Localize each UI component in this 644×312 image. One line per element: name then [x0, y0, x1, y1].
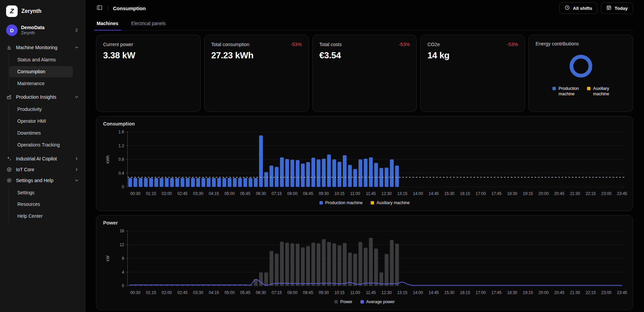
svg-text:16:15: 16:15	[460, 290, 470, 295]
svg-text:08:45: 08:45	[303, 290, 313, 295]
sidebar-item-help-center[interactable]: Help Center	[9, 211, 81, 222]
svg-text:05:00: 05:00	[225, 290, 235, 295]
svg-text:06:30: 06:30	[256, 191, 266, 196]
svg-text:14:00: 14:00	[413, 290, 423, 295]
svg-text:03:30: 03:30	[193, 191, 203, 196]
svg-text:20:45: 20:45	[554, 191, 564, 196]
sidebar-item-resources[interactable]: Resources	[9, 199, 81, 210]
power-chart-card: Power 0481216kW00:3001:1502:0002:4503:30…	[96, 215, 633, 310]
svg-text:08:00: 08:00	[287, 191, 297, 196]
legend-label: Auxiliarymachine	[593, 86, 609, 97]
legend-swatch	[587, 87, 590, 90]
svg-text:01:15: 01:15	[146, 290, 156, 295]
svg-text:11:45: 11:45	[366, 191, 376, 196]
stat-card-total-consumption: Total consumption-53%27.23 kWh	[204, 35, 309, 112]
chevron-down-icon	[74, 178, 79, 183]
svg-text:11:00: 11:00	[350, 290, 360, 295]
sidebar-item-production-insights[interactable]: Production Insights	[4, 92, 81, 102]
all-shifts-button[interactable]: All shifts	[559, 2, 598, 14]
legend-label: Average power	[366, 299, 395, 304]
sidebar-item-maintenance[interactable]: Maintenance	[9, 78, 81, 89]
svg-text:07:15: 07:15	[272, 290, 282, 295]
tab-electrical-panels[interactable]: Electrical panels	[131, 17, 167, 30]
sidebar-toggle-button[interactable]	[96, 4, 103, 12]
svg-text:1.2: 1.2	[118, 143, 124, 148]
monitoring-icon	[6, 45, 12, 50]
svg-text:02:45: 02:45	[177, 191, 188, 196]
legend-item: Average power	[360, 299, 395, 304]
energy-donut-chart	[568, 54, 593, 79]
legend-swatch	[552, 87, 556, 90]
svg-text:kWh: kWh	[105, 155, 110, 163]
svg-text:kW: kW	[105, 255, 110, 261]
sidebar-item-status-and-alarms[interactable]: Status and Alarms	[9, 54, 81, 65]
svg-text:04:15: 04:15	[209, 191, 219, 196]
legend-item: Production machine	[319, 200, 363, 205]
legend-swatch	[334, 300, 338, 304]
date-picker-label: Today	[614, 6, 628, 11]
svg-text:08:45: 08:45	[303, 191, 313, 196]
stat-delta-badge: -53%	[291, 42, 302, 47]
legend-item: Productionmachine	[552, 86, 579, 97]
sidebar-item-settings[interactable]: Settings	[9, 187, 81, 198]
energy-contributions-card: Energy contributionsProductionmachineAux…	[528, 35, 633, 112]
svg-text:00:30: 00:30	[130, 191, 140, 196]
factory-icon	[6, 94, 12, 100]
panel-left-icon	[97, 5, 102, 12]
chevron-down-icon	[74, 45, 79, 50]
sidebar-item-industrial-ai-copilot[interactable]: Industrial AI Copilot	[4, 153, 81, 164]
sidebar-item-consumption[interactable]: Consumption	[9, 66, 73, 77]
stat-delta-badge: -53%	[507, 42, 518, 47]
svg-text:23:45: 23:45	[617, 191, 627, 196]
stat-value: 27.23 kWh	[211, 50, 302, 61]
chevron-down-icon	[74, 95, 79, 99]
sidebar-item-iot-core[interactable]: IoT Core	[4, 164, 81, 175]
date-picker-button[interactable]: Today	[601, 2, 633, 14]
sidebar-item-machine-monitoring[interactable]: Machine Monitoring	[4, 42, 81, 53]
org-subtitle: Zerynth	[21, 31, 44, 36]
sidebar-item-operator-hmi[interactable]: Operator HMI	[9, 116, 81, 127]
stat-card-current-power: Current power3.38 kW	[96, 35, 201, 112]
legend-label: Production machine	[325, 200, 363, 205]
stat-label: CO2e	[427, 42, 440, 47]
sidebar-item-settings-and-help[interactable]: Settings and Help	[4, 175, 81, 186]
svg-text:12: 12	[120, 242, 124, 247]
brand-header: Z Zerynth	[4, 5, 81, 23]
sidebar-nav: Machine MonitoringStatus and AlarmsConsu…	[4, 42, 81, 307]
legend-swatch	[371, 201, 374, 204]
legend-swatch	[319, 201, 323, 204]
svg-text:19:15: 19:15	[523, 290, 533, 295]
svg-text:02:00: 02:00	[162, 290, 172, 295]
svg-text:16: 16	[120, 229, 124, 233]
sidebar-item-downtimes[interactable]: Downtimes	[9, 128, 81, 139]
topbar-divider	[108, 5, 108, 11]
stat-label: Total costs	[319, 42, 342, 47]
svg-text:06:30: 06:30	[256, 290, 266, 295]
svg-text:1.6: 1.6	[118, 130, 124, 134]
svg-text:4: 4	[122, 270, 124, 275]
consumption-chart-title: Consumption	[103, 121, 626, 126]
sidebar-item-productivity[interactable]: Productivity	[9, 104, 81, 115]
legend-swatch	[360, 300, 364, 304]
power-chart: 0481216kW00:3001:1502:0002:4503:3004:150…	[103, 227, 629, 299]
clock-icon	[565, 5, 570, 11]
zerynth-logo-icon: Z	[6, 5, 18, 17]
topbar: Consumption All shifts Today	[85, 0, 644, 16]
tab-machines[interactable]: Machines	[96, 17, 119, 30]
chevron-right-icon	[74, 167, 79, 172]
svg-text:05:45: 05:45	[240, 290, 250, 295]
chevron-updown-icon	[74, 28, 79, 33]
svg-text:01:15: 01:15	[146, 191, 156, 196]
sidebar-item-label: Settings and Help	[16, 178, 54, 183]
svg-text:15:30: 15:30	[444, 191, 454, 196]
sidebar-item-operations-tracking[interactable]: Operations Tracking	[9, 139, 81, 151]
stats-row: Current power3.38 kWTotal consumption-53…	[96, 35, 633, 112]
org-avatar: D	[6, 24, 18, 36]
svg-text:10:15: 10:15	[334, 290, 345, 295]
svg-text:02:45: 02:45	[177, 290, 188, 295]
sidebar-item-label: Machine Monitoring	[16, 45, 57, 50]
consumption-chart-card: Consumption 00.40.81.21.6kWh00:3001:1502…	[96, 116, 633, 211]
power-chart-title: Power	[103, 220, 626, 226]
svg-text:19:15: 19:15	[523, 191, 533, 196]
org-selector[interactable]: D DemoData Zerynth	[4, 23, 81, 42]
